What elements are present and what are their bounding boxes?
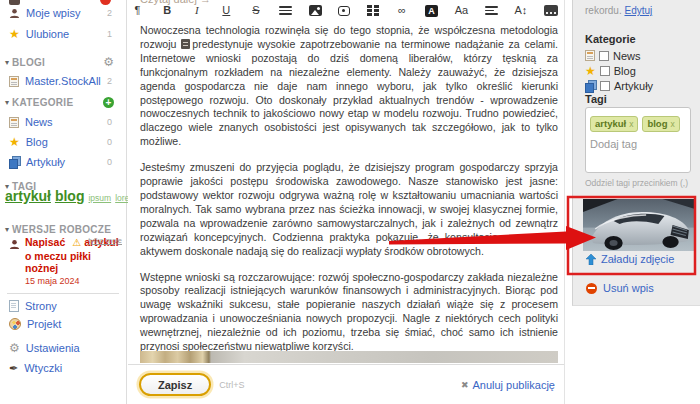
draft-scope-link[interactable]: tylko moje xyxy=(88,236,122,245)
text-case-button[interactable]: Aa xyxy=(455,4,468,17)
sidebar-item-ulubione[interactable]: ★ Ulubione 1 xyxy=(0,24,127,44)
tag-input-box[interactable]: artykułxblogx Dodaj tag xyxy=(585,107,691,173)
sidebar-item-projekt[interactable]: Projekt xyxy=(0,314,127,334)
paragraph-button[interactable]: ¶ xyxy=(131,4,144,17)
cancel-publication-link[interactable]: ✖Anuluj publikację xyxy=(461,379,555,391)
sidebar-item-blog[interactable]: Master.StockAll 2 xyxy=(0,71,127,91)
section-heading-label: WERSJE ROBOCZE xyxy=(12,224,114,235)
sidebar-item-wtyczki[interactable]: ✒ Wtyczki xyxy=(0,358,127,378)
italic-button[interactable]: I xyxy=(190,4,203,17)
panel-heading-kategorie: Kategorie xyxy=(585,33,636,45)
star-icon: ★ xyxy=(9,136,20,148)
draft-item[interactable]: tylko moje Napisać⚠ artykuł o meczu piłk… xyxy=(0,236,127,286)
item-count: 2 xyxy=(107,8,112,18)
sidebar-item-ustawienia[interactable]: ⚙ Ustawienia xyxy=(0,338,127,358)
checkbox[interactable] xyxy=(600,66,610,76)
draft-title-word: Napisać xyxy=(25,236,65,248)
paragraph-2: Jesteśmy zmuszeni do przyjęcia poglądu, … xyxy=(140,161,558,258)
section-heading-blogi: ▾ BLOGI ⚙ xyxy=(0,55,127,69)
insert-table-button[interactable] xyxy=(367,5,379,16)
cancel-label: Anuluj publikację xyxy=(472,379,555,391)
delete-label: Usuń wpis xyxy=(603,282,654,294)
record-note-text: rekordu. xyxy=(585,5,622,16)
embedded-image-partial[interactable] xyxy=(140,351,558,363)
editor-footer: Zapisz Ctrl+S ✖Anuluj publikację xyxy=(128,364,564,404)
item-count: 0 xyxy=(107,117,112,127)
left-sidebar: Moje wpisy 2 ★ Ulubione 1 ▾ BLOGI ⚙ Mast… xyxy=(0,0,127,404)
editor-pane: Czytaj dalej → ¶ B I U S ∞ A Aa A↕ Nowoc… xyxy=(128,0,565,404)
record-note: rekordu. Edytuj xyxy=(585,5,652,16)
category-option-artykuly[interactable]: Artykuły xyxy=(585,79,653,92)
documents-icon xyxy=(9,156,20,168)
delete-post-link[interactable]: Usuń wpis xyxy=(586,282,654,294)
sidebar-item-strony[interactable]: Strony xyxy=(0,296,127,316)
sidebar-item-news[interactable]: News 0 xyxy=(0,112,127,132)
sidebar-item-artykuly[interactable]: Artykuły 0 xyxy=(0,152,127,172)
tag-pill-label: artykuł xyxy=(595,118,626,129)
tag-cloud-link[interactable]: ipsum xyxy=(88,193,111,203)
tag-pill[interactable]: artykułx xyxy=(590,116,638,132)
bullet-list-button[interactable] xyxy=(279,6,292,15)
bold-button[interactable]: B xyxy=(161,4,174,17)
upload-photo-link[interactable]: Załaduj zdjęcie xyxy=(586,253,674,265)
gear-icon[interactable]: ⚙ xyxy=(103,56,114,68)
underline-button[interactable]: U xyxy=(220,4,233,17)
section-heading-wersje-robocze: ▾ WERSJE ROBOCZE xyxy=(0,222,127,236)
sidebar-item-label: News xyxy=(25,116,107,128)
insert-link-button[interactable]: ∞ xyxy=(395,4,408,17)
insert-video-button[interactable] xyxy=(338,6,350,16)
sidebar-item-label: Moje wpisy xyxy=(26,7,107,19)
post-photo-car[interactable] xyxy=(583,199,695,251)
editor-content[interactable]: Nowoczesna technologia rozwinęła się do … xyxy=(140,24,558,366)
tag-pill[interactable]: blogx xyxy=(642,116,679,132)
chevron-down-icon[interactable]: ▾ xyxy=(5,98,9,107)
tag-input-placeholder[interactable]: Dodaj tag xyxy=(590,138,686,150)
sidebar-item-label: Ustawienia xyxy=(26,342,112,354)
star-icon: ★ xyxy=(9,28,20,40)
sidebar-divider xyxy=(7,293,119,294)
x-icon: ✖ xyxy=(461,380,469,390)
remove-tag-icon[interactable]: x xyxy=(629,119,633,129)
item-count: 2 xyxy=(107,76,112,86)
paragraph-3: Wstępne wnioski są rozczarowujące: rozwó… xyxy=(140,271,558,354)
chevron-down-icon[interactable]: ▾ xyxy=(5,225,9,234)
page-icon xyxy=(9,300,19,312)
newspaper-icon xyxy=(9,76,19,87)
user-icon xyxy=(9,239,20,250)
remove-tag-icon[interactable]: x xyxy=(670,119,674,129)
editor-toolbar: ¶ B I U S ∞ A Aa A↕ xyxy=(131,3,558,18)
upload-label: Załaduj zdjęcie xyxy=(601,253,674,265)
font-size-button[interactable]: A↕ xyxy=(514,4,527,17)
tag-pill-label: blog xyxy=(647,118,667,129)
add-category-icon[interactable]: + xyxy=(103,97,114,108)
category-option-news[interactable]: News xyxy=(585,49,641,62)
strikethrough-button[interactable]: S xyxy=(249,4,262,17)
palette-icon xyxy=(9,318,21,330)
media-embed-button[interactable] xyxy=(544,5,558,16)
category-option-blog[interactable]: ★ Blog xyxy=(585,64,636,77)
sidebar-item-label: Wtyczki xyxy=(24,362,112,374)
tag-cloud-link[interactable]: artykuł xyxy=(5,188,51,204)
insert-image-button[interactable] xyxy=(309,5,322,16)
paragraph-text: predestynuje wysokie zapotrzebowanie na … xyxy=(140,38,558,147)
sidebar-item-label: Artykuły xyxy=(26,156,107,168)
sidebar-item-label: Projekt xyxy=(27,318,112,330)
edit-link[interactable]: Edytuj xyxy=(624,5,652,16)
tag-cloud: artykułblogipsumloremnowośćoświetlenieśw… xyxy=(3,190,123,204)
sidebar-item-moje-wpisy[interactable]: Moje wpisy 2 xyxy=(0,3,127,23)
tag-hint: Oddziel tagi przecinkiem (,) xyxy=(585,178,688,188)
chevron-down-icon[interactable]: ▾ xyxy=(5,58,9,67)
tag-cloud-link[interactable]: blog xyxy=(55,188,85,204)
text-color-button[interactable]: A xyxy=(425,5,438,17)
text-anchor-icon[interactable] xyxy=(181,39,190,49)
checkbox[interactable] xyxy=(599,51,609,61)
user-icon xyxy=(9,8,20,19)
gear-icon: ⚙ xyxy=(9,342,20,354)
save-button[interactable]: Zapisz xyxy=(139,373,211,396)
align-button[interactable] xyxy=(485,6,498,15)
checkbox[interactable] xyxy=(600,81,610,91)
sidebar-item-blog-cat[interactable]: ★ Blog 0 xyxy=(0,132,127,152)
section-heading-label: BLOGI xyxy=(12,57,103,68)
save-shortcut-hint: Ctrl+S xyxy=(219,380,244,390)
paragraph-1: Nowoczesna technologia rozwinęła się do … xyxy=(140,24,558,149)
